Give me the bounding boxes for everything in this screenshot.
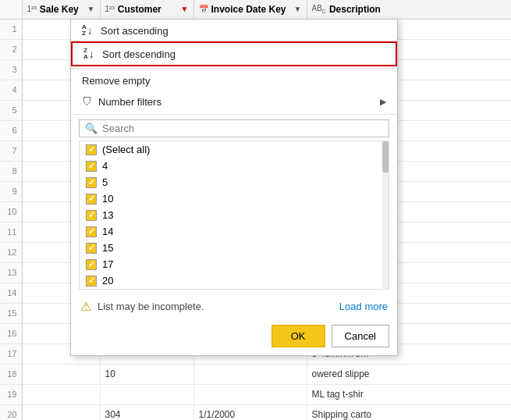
row-num-cell: 19	[0, 384, 22, 404]
checkbox-item[interactable]: ✓ 17	[80, 256, 389, 272]
menu-divider-2	[71, 114, 397, 115]
checkbox-7[interactable]: ✓	[86, 259, 97, 270]
salekey-dropdown-trigger[interactable]: ▼	[87, 5, 95, 13]
sort-ascending-item[interactable]: AZ ↓ Sort ascending	[71, 20, 397, 41]
row-num-cell: 13	[0, 262, 22, 283]
checkbox-label-7: 17	[102, 258, 113, 270]
checkmark-2: ✓	[88, 177, 95, 187]
checkbox-item[interactable]: ✓ 14	[80, 223, 389, 240]
footer-text: List may be incomplete.	[98, 301, 204, 312]
row-num-cell: 18	[0, 364, 22, 384]
remove-empty-label: Remove empty	[82, 75, 150, 87]
row-num-cell: 4	[0, 80, 22, 100]
number-filters-arrow: ▶	[380, 97, 386, 107]
table-row: 20 304 1/1/2000 Shipping carto	[0, 404, 511, 420]
menu-divider-1	[71, 68, 397, 69]
row-num-cell: 6	[0, 120, 22, 141]
button-row: OK Cancel	[71, 320, 397, 355]
checkbox-label-8: 20	[102, 275, 113, 287]
scrollbar-thumb[interactable]	[382, 141, 389, 173]
col-header-rownum	[0, 0, 22, 19]
invdate-type-icon: 📅	[199, 5, 208, 13]
desc-cell: Shipping carto	[307, 404, 511, 420]
checkbox-label-2: 5	[102, 176, 108, 188]
checkmark-0: ✓	[88, 144, 95, 155]
load-more-link[interactable]: Load more	[339, 301, 388, 312]
search-box: 🔍	[79, 119, 389, 137]
desc-col-title: Description	[329, 4, 381, 15]
checkbox-8[interactable]: ✓	[86, 276, 97, 287]
checkbox-1[interactable]: ✓	[86, 161, 97, 172]
invdate-cell: 1/1/2000	[193, 404, 307, 420]
cancel-button[interactable]: Cancel	[332, 325, 389, 347]
checkbox-item[interactable]: ✓ (Select all)	[80, 141, 389, 158]
custkey-dropdown-trigger[interactable]: ▼	[181, 5, 189, 13]
scrollbar-track[interactable]	[382, 141, 389, 289]
col-header-salekey: 1²³ Sale Key ▼	[22, 0, 100, 19]
checkmark-4: ✓	[88, 210, 95, 220]
checkbox-5[interactable]: ✓	[86, 226, 97, 237]
desc-cell: ML tag t-shir	[307, 384, 511, 404]
row-num-cell: 16	[0, 323, 22, 343]
row-num-cell: 8	[0, 161, 22, 181]
col-header-invdate: 📅 Invoice Date Key ▼	[193, 0, 307, 19]
dropdown-footer: ⚠ List may be incomplete. Load more	[71, 293, 397, 320]
invdate-cell	[193, 384, 307, 404]
checkbox-item[interactable]: ✓ 13	[80, 207, 389, 223]
desc-cell: owered slippe	[307, 364, 511, 384]
number-filters-item[interactable]: ⛉ Number filters ▶	[71, 91, 397, 112]
row-num-cell: 15	[0, 303, 22, 323]
checkbox-label-3: 10	[102, 193, 113, 205]
search-input[interactable]	[102, 123, 383, 134]
checkbox-label-4: 13	[102, 209, 113, 221]
remove-empty-item[interactable]: Remove empty	[71, 70, 397, 91]
checkmark-5: ✓	[88, 226, 95, 237]
number-filters-icon: ⛉	[82, 96, 92, 108]
salekey-cell	[22, 404, 100, 420]
row-num-cell: 3	[0, 59, 22, 80]
row-num-cell: 12	[0, 242, 22, 262]
table-container: 1²³ Sale Key ▼ 1²³ Customer ▼ 📅 Inv	[0, 0, 511, 420]
custkey-cell: 10	[100, 364, 193, 384]
checkbox-item[interactable]: ✓ 4	[80, 158, 389, 174]
checkbox-4[interactable]: ✓	[86, 210, 97, 221]
desc-type-icon: ABC	[312, 4, 326, 14]
custkey-cell: 304	[100, 404, 193, 420]
table-row: 18 10 owered slippe	[0, 364, 511, 384]
col-header-custkey: 1²³ Customer ▼	[100, 0, 193, 19]
row-num-cell: 2	[0, 39, 22, 59]
checkbox-label-5: 14	[102, 226, 113, 237]
sort-ascending-icon: AZ ↓	[82, 24, 94, 37]
sort-descending-item[interactable]: ZA ↓ Sort descending	[71, 41, 397, 66]
salekey-cell	[22, 384, 100, 404]
checkbox-items-container: ✓ (Select all) ✓ 4 ✓ 5 ✓ 10 ✓ 13 ✓	[80, 141, 389, 289]
row-num-cell: 10	[0, 201, 22, 222]
salekey-col-title: Sale Key	[40, 4, 79, 15]
checkbox-item[interactable]: ✓ 20	[80, 272, 389, 289]
ok-button[interactable]: OK	[271, 325, 325, 347]
row-num-cell: 14	[0, 283, 22, 303]
filter-dropdown: AZ ↓ Sort ascending ZA ↓ Sort descending…	[70, 19, 398, 356]
checkmark-8: ✓	[88, 276, 95, 286]
checkmark-6: ✓	[88, 243, 95, 253]
table-row: 19 ML tag t-shir	[0, 384, 511, 404]
invdate-cell	[193, 364, 307, 384]
checkbox-item[interactable]: ✓ 10	[80, 190, 389, 207]
checkbox-0[interactable]: ✓	[86, 144, 97, 155]
number-filters-label: Number filters	[98, 96, 161, 108]
sort-ascending-label: Sort ascending	[101, 25, 169, 37]
row-num-cell: 5	[0, 100, 22, 120]
custkey-col-title: Customer	[118, 4, 161, 15]
row-num-cell: 1	[0, 19, 22, 39]
checkbox-3[interactable]: ✓	[86, 194, 97, 205]
checkbox-6[interactable]: ✓	[86, 243, 97, 254]
checkbox-2[interactable]: ✓	[86, 177, 97, 188]
sort-descending-label: Sort descending	[102, 48, 176, 60]
row-num-cell: 7	[0, 141, 22, 161]
invdate-dropdown-trigger[interactable]: ▼	[294, 5, 302, 13]
checkbox-item[interactable]: ✓ 5	[80, 174, 389, 190]
checkbox-list: ✓ (Select all) ✓ 4 ✓ 5 ✓ 10 ✓ 13 ✓	[79, 141, 389, 290]
checkbox-item[interactable]: ✓ 15	[80, 240, 389, 256]
search-icon: 🔍	[85, 123, 98, 134]
custkey-type-icon: 1²³	[105, 5, 115, 13]
